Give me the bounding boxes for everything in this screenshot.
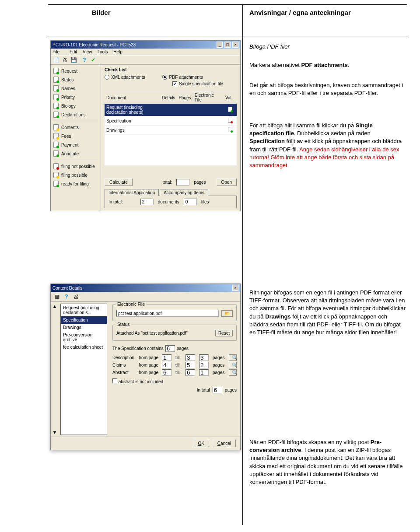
checkbox-abstract-not-included[interactable]: abstract is not included: [112, 378, 163, 384]
status-icon: [53, 85, 59, 91]
open-button[interactable]: Open: [217, 178, 237, 186]
sidebar-item-label: Payment: [61, 143, 78, 147]
dialog-titlebar[interactable]: Content Details ×: [51, 284, 240, 292]
pages-label: pages: [213, 363, 227, 368]
page-count: [199, 362, 209, 368]
table-row[interactable]: Request (including declaration sheets): [105, 104, 237, 116]
sidebar-item-fees[interactable]: Fees: [51, 132, 101, 140]
heading-bifoga: Bifoga PDF-filer: [249, 43, 407, 51]
close-icon[interactable]: ×: [232, 42, 238, 48]
preview-button[interactable]: 🔍: [229, 362, 237, 368]
sidebar-item-states[interactable]: States: [51, 75, 101, 84]
close-icon[interactable]: ×: [232, 285, 238, 291]
sidebar-item-label: Contents: [61, 125, 79, 130]
list-item[interactable]: Drawings: [61, 324, 107, 331]
from-page-input[interactable]: [162, 362, 172, 368]
pages-label: pages: [213, 370, 227, 375]
menu-file[interactable]: File: [52, 49, 64, 54]
list-item[interactable]: Request (including declaration s...: [61, 304, 107, 316]
menu-view[interactable]: View: [83, 49, 92, 54]
titlebar[interactable]: PCT-RO-101 Electronic Request - PCT523 _…: [51, 41, 240, 49]
documents-label: documents: [158, 200, 179, 204]
check-icon[interactable]: ✔: [90, 56, 97, 63]
section-label: Abstract: [112, 370, 136, 375]
pages-label: pages: [177, 346, 189, 351]
status-text: Attached As "pct test application.pdf": [116, 331, 213, 336]
maximize-icon[interactable]: □: [224, 42, 231, 48]
list-item[interactable]: Specification: [61, 316, 107, 324]
menu-tools[interactable]: Tools: [98, 49, 108, 54]
print-icon[interactable]: 🖨: [61, 56, 68, 63]
sidebar-item-priority[interactable]: Priority: [51, 93, 101, 102]
sidebar-item-annotate[interactable]: Annotate: [51, 149, 101, 158]
radio-xml[interactable]: XML attachments: [105, 75, 145, 80]
sidebar-item-filing-possible[interactable]: filing possible: [51, 171, 101, 179]
status-icon: [53, 77, 59, 83]
sidebar-item-biology[interactable]: Biology: [51, 102, 101, 110]
files-label: files: [201, 200, 209, 204]
list-item[interactable]: fee calculation sheet: [61, 343, 107, 351]
preview-button[interactable]: 🔍: [229, 354, 237, 361]
browse-button[interactable]: 📂: [221, 310, 233, 317]
calculate-button[interactable]: Calculate: [105, 178, 133, 186]
tab-international[interactable]: International Application: [105, 189, 159, 196]
help-icon[interactable]: ?: [63, 293, 70, 300]
tab-accompanying[interactable]: Accompanying Items: [160, 189, 208, 196]
sidebar-item-contents[interactable]: Contents: [51, 123, 101, 132]
file-name-input[interactable]: [116, 310, 219, 317]
minimize-icon[interactable]: _: [217, 42, 223, 48]
intotal-label: In total: [197, 388, 210, 392]
from-page-label: from page: [139, 370, 160, 375]
sidebar-item-payment[interactable]: Payment: [51, 140, 101, 149]
to-page-input[interactable]: [186, 354, 195, 361]
content-list[interactable]: Request (including declaration s...Speci…: [60, 304, 107, 435]
spec-pages-input[interactable]: [165, 345, 175, 352]
down-arrow-icon[interactable]: ▼: [50, 430, 59, 435]
intotal-label: In total:: [108, 200, 123, 204]
status-icon: [53, 112, 59, 118]
reset-button[interactable]: Reset: [215, 330, 233, 336]
cell-doc: Drawings: [105, 126, 160, 135]
from-page-input[interactable]: [162, 369, 172, 376]
checkbox-singlefile[interactable]: Single specification file: [172, 81, 223, 86]
to-page-input[interactable]: [186, 362, 195, 368]
table-row[interactable]: Drawings: [105, 126, 237, 135]
sidebar-item-label: Request: [61, 69, 77, 74]
new-icon[interactable]: 📄: [52, 56, 60, 63]
list-item[interactable]: Pre-conversion archive: [61, 331, 107, 343]
sidebar-item-ready-for-filing[interactable]: ready for filing: [51, 179, 101, 188]
to-page-input[interactable]: [186, 369, 195, 376]
till-label: till: [175, 363, 183, 368]
table-row[interactable]: Specification: [105, 116, 237, 126]
help-icon[interactable]: ?: [81, 56, 88, 63]
from-page-input[interactable]: [162, 354, 172, 361]
sidebar-item-request[interactable]: Request: [51, 66, 101, 75]
sidebar-item-label: Declarations: [61, 112, 86, 117]
validation-icon: [228, 107, 232, 112]
up-arrow-icon[interactable]: ▲: [50, 304, 59, 309]
sidebar-item-declarations[interactable]: Declarations: [51, 110, 101, 119]
intotal-suffix: pages: [225, 388, 237, 392]
sidebar-item-label: Fees: [61, 134, 71, 139]
pages-label: pages: [213, 355, 227, 360]
preview-button[interactable]: 🔍: [229, 369, 237, 376]
sidebar-item-filing-not-possible[interactable]: filing not possible: [51, 162, 101, 171]
radio-pdf[interactable]: PDF attachments: [162, 75, 203, 80]
cancel-button[interactable]: Cancel: [213, 440, 236, 447]
menu-help[interactable]: Help: [113, 49, 122, 54]
validation-icon: [228, 118, 232, 123]
status-icon: [53, 150, 59, 157]
col-details: Details: [160, 92, 177, 104]
col-efile: Electronic File: [193, 92, 224, 104]
status-icon: [53, 142, 59, 148]
grid-icon[interactable]: ▦: [53, 293, 60, 300]
sidebar-item-label: Priority: [61, 95, 75, 100]
status-icon: [53, 181, 59, 187]
sidebar-item-label: States: [61, 77, 74, 82]
print-icon[interactable]: 🖨: [73, 293, 80, 300]
save-icon[interactable]: 💾: [70, 56, 77, 63]
menubar: File Edit View Tools Help: [51, 49, 240, 55]
sidebar-item-names[interactable]: Names: [51, 84, 101, 93]
menu-edit[interactable]: Edit: [70, 49, 77, 54]
ok-button[interactable]: OK: [193, 440, 209, 447]
